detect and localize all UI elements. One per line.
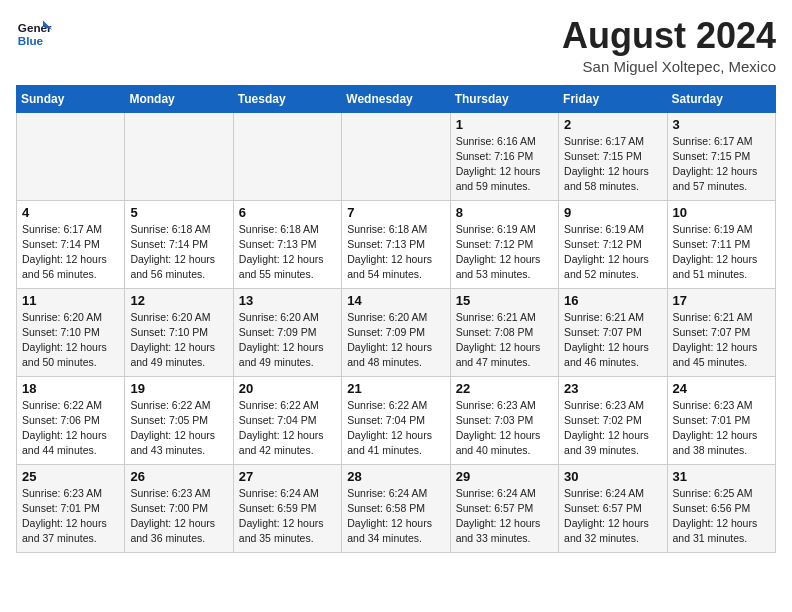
- calendar-cell: [125, 112, 233, 200]
- week-row-4: 18Sunrise: 6:22 AMSunset: 7:06 PMDayligh…: [17, 376, 776, 464]
- day-info: Sunrise: 6:22 AMSunset: 7:05 PMDaylight:…: [130, 398, 227, 459]
- day-info: Sunrise: 6:16 AMSunset: 7:16 PMDaylight:…: [456, 134, 553, 195]
- header-tuesday: Tuesday: [233, 85, 341, 112]
- day-info: Sunrise: 6:25 AMSunset: 6:56 PMDaylight:…: [673, 486, 770, 547]
- day-number: 7: [347, 205, 444, 220]
- day-info: Sunrise: 6:22 AMSunset: 7:04 PMDaylight:…: [347, 398, 444, 459]
- day-info: Sunrise: 6:20 AMSunset: 7:10 PMDaylight:…: [22, 310, 119, 371]
- calendar-cell: 18Sunrise: 6:22 AMSunset: 7:06 PMDayligh…: [17, 376, 125, 464]
- day-info: Sunrise: 6:24 AMSunset: 6:59 PMDaylight:…: [239, 486, 336, 547]
- calendar-cell: 31Sunrise: 6:25 AMSunset: 6:56 PMDayligh…: [667, 464, 775, 552]
- week-row-3: 11Sunrise: 6:20 AMSunset: 7:10 PMDayligh…: [17, 288, 776, 376]
- week-row-1: 1Sunrise: 6:16 AMSunset: 7:16 PMDaylight…: [17, 112, 776, 200]
- day-info: Sunrise: 6:23 AMSunset: 7:00 PMDaylight:…: [130, 486, 227, 547]
- day-number: 23: [564, 381, 661, 396]
- day-number: 29: [456, 469, 553, 484]
- day-info: Sunrise: 6:18 AMSunset: 7:14 PMDaylight:…: [130, 222, 227, 283]
- day-info: Sunrise: 6:20 AMSunset: 7:09 PMDaylight:…: [239, 310, 336, 371]
- day-info: Sunrise: 6:23 AMSunset: 7:02 PMDaylight:…: [564, 398, 661, 459]
- header-saturday: Saturday: [667, 85, 775, 112]
- days-header-row: Sunday Monday Tuesday Wednesday Thursday…: [17, 85, 776, 112]
- calendar-cell: [17, 112, 125, 200]
- calendar-cell: 4Sunrise: 6:17 AMSunset: 7:14 PMDaylight…: [17, 200, 125, 288]
- header-friday: Friday: [559, 85, 667, 112]
- header-wednesday: Wednesday: [342, 85, 450, 112]
- day-number: 5: [130, 205, 227, 220]
- day-number: 27: [239, 469, 336, 484]
- day-info: Sunrise: 6:22 AMSunset: 7:06 PMDaylight:…: [22, 398, 119, 459]
- day-number: 13: [239, 293, 336, 308]
- day-info: Sunrise: 6:24 AMSunset: 6:57 PMDaylight:…: [456, 486, 553, 547]
- calendar-cell: 12Sunrise: 6:20 AMSunset: 7:10 PMDayligh…: [125, 288, 233, 376]
- logo-icon: General Blue: [16, 16, 52, 52]
- day-info: Sunrise: 6:22 AMSunset: 7:04 PMDaylight:…: [239, 398, 336, 459]
- calendar-cell: 21Sunrise: 6:22 AMSunset: 7:04 PMDayligh…: [342, 376, 450, 464]
- header-thursday: Thursday: [450, 85, 558, 112]
- day-number: 19: [130, 381, 227, 396]
- week-row-2: 4Sunrise: 6:17 AMSunset: 7:14 PMDaylight…: [17, 200, 776, 288]
- day-number: 24: [673, 381, 770, 396]
- calendar-cell: 29Sunrise: 6:24 AMSunset: 6:57 PMDayligh…: [450, 464, 558, 552]
- calendar-cell: 7Sunrise: 6:18 AMSunset: 7:13 PMDaylight…: [342, 200, 450, 288]
- day-number: 12: [130, 293, 227, 308]
- calendar-cell: 1Sunrise: 6:16 AMSunset: 7:16 PMDaylight…: [450, 112, 558, 200]
- day-number: 10: [673, 205, 770, 220]
- calendar-cell: 27Sunrise: 6:24 AMSunset: 6:59 PMDayligh…: [233, 464, 341, 552]
- calendar-cell: 26Sunrise: 6:23 AMSunset: 7:00 PMDayligh…: [125, 464, 233, 552]
- day-info: Sunrise: 6:18 AMSunset: 7:13 PMDaylight:…: [239, 222, 336, 283]
- calendar-cell: 9Sunrise: 6:19 AMSunset: 7:12 PMDaylight…: [559, 200, 667, 288]
- day-info: Sunrise: 6:23 AMSunset: 7:01 PMDaylight:…: [673, 398, 770, 459]
- day-number: 1: [456, 117, 553, 132]
- header-sunday: Sunday: [17, 85, 125, 112]
- day-number: 17: [673, 293, 770, 308]
- calendar-cell: 17Sunrise: 6:21 AMSunset: 7:07 PMDayligh…: [667, 288, 775, 376]
- day-number: 31: [673, 469, 770, 484]
- day-info: Sunrise: 6:17 AMSunset: 7:15 PMDaylight:…: [673, 134, 770, 195]
- day-info: Sunrise: 6:24 AMSunset: 6:57 PMDaylight:…: [564, 486, 661, 547]
- day-info: Sunrise: 6:24 AMSunset: 6:58 PMDaylight:…: [347, 486, 444, 547]
- day-info: Sunrise: 6:20 AMSunset: 7:10 PMDaylight:…: [130, 310, 227, 371]
- calendar-cell: 30Sunrise: 6:24 AMSunset: 6:57 PMDayligh…: [559, 464, 667, 552]
- title-block: August 2024 San Miguel Xoltepec, Mexico: [562, 16, 776, 75]
- calendar-cell: [342, 112, 450, 200]
- day-number: 21: [347, 381, 444, 396]
- day-info: Sunrise: 6:21 AMSunset: 7:07 PMDaylight:…: [673, 310, 770, 371]
- calendar-cell: 2Sunrise: 6:17 AMSunset: 7:15 PMDaylight…: [559, 112, 667, 200]
- day-info: Sunrise: 6:19 AMSunset: 7:12 PMDaylight:…: [564, 222, 661, 283]
- day-info: Sunrise: 6:17 AMSunset: 7:14 PMDaylight:…: [22, 222, 119, 283]
- day-number: 6: [239, 205, 336, 220]
- day-number: 20: [239, 381, 336, 396]
- calendar-cell: 3Sunrise: 6:17 AMSunset: 7:15 PMDaylight…: [667, 112, 775, 200]
- calendar-cell: 15Sunrise: 6:21 AMSunset: 7:08 PMDayligh…: [450, 288, 558, 376]
- svg-text:Blue: Blue: [18, 34, 44, 47]
- day-number: 11: [22, 293, 119, 308]
- calendar-cell: 22Sunrise: 6:23 AMSunset: 7:03 PMDayligh…: [450, 376, 558, 464]
- day-number: 18: [22, 381, 119, 396]
- day-info: Sunrise: 6:21 AMSunset: 7:07 PMDaylight:…: [564, 310, 661, 371]
- day-info: Sunrise: 6:19 AMSunset: 7:11 PMDaylight:…: [673, 222, 770, 283]
- calendar-cell: 10Sunrise: 6:19 AMSunset: 7:11 PMDayligh…: [667, 200, 775, 288]
- day-number: 30: [564, 469, 661, 484]
- header-monday: Monday: [125, 85, 233, 112]
- calendar-cell: 23Sunrise: 6:23 AMSunset: 7:02 PMDayligh…: [559, 376, 667, 464]
- day-info: Sunrise: 6:23 AMSunset: 7:01 PMDaylight:…: [22, 486, 119, 547]
- calendar-cell: 14Sunrise: 6:20 AMSunset: 7:09 PMDayligh…: [342, 288, 450, 376]
- day-number: 3: [673, 117, 770, 132]
- month-year-title: August 2024: [562, 16, 776, 56]
- day-info: Sunrise: 6:19 AMSunset: 7:12 PMDaylight:…: [456, 222, 553, 283]
- logo: General Blue: [16, 16, 52, 52]
- day-info: Sunrise: 6:21 AMSunset: 7:08 PMDaylight:…: [456, 310, 553, 371]
- calendar-cell: 20Sunrise: 6:22 AMSunset: 7:04 PMDayligh…: [233, 376, 341, 464]
- week-row-5: 25Sunrise: 6:23 AMSunset: 7:01 PMDayligh…: [17, 464, 776, 552]
- calendar-cell: 16Sunrise: 6:21 AMSunset: 7:07 PMDayligh…: [559, 288, 667, 376]
- day-number: 4: [22, 205, 119, 220]
- calendar-cell: 13Sunrise: 6:20 AMSunset: 7:09 PMDayligh…: [233, 288, 341, 376]
- calendar-cell: 19Sunrise: 6:22 AMSunset: 7:05 PMDayligh…: [125, 376, 233, 464]
- calendar-table: Sunday Monday Tuesday Wednesday Thursday…: [16, 85, 776, 553]
- calendar-cell: 24Sunrise: 6:23 AMSunset: 7:01 PMDayligh…: [667, 376, 775, 464]
- day-info: Sunrise: 6:18 AMSunset: 7:13 PMDaylight:…: [347, 222, 444, 283]
- day-number: 8: [456, 205, 553, 220]
- calendar-cell: 5Sunrise: 6:18 AMSunset: 7:14 PMDaylight…: [125, 200, 233, 288]
- location-subtitle: San Miguel Xoltepec, Mexico: [562, 58, 776, 75]
- day-number: 26: [130, 469, 227, 484]
